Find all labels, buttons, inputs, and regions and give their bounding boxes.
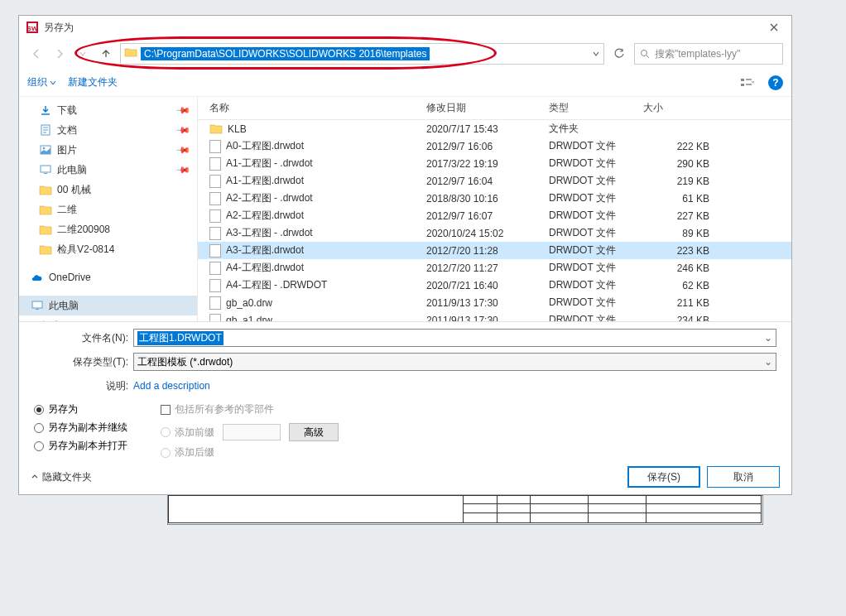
sidebar-item-folder-3[interactable]: 检具V2-0814: [19, 239, 197, 259]
help-button[interactable]: ?: [768, 75, 783, 90]
new-folder-button[interactable]: 新建文件夹: [68, 75, 118, 89]
file-name: A1-工程图.drwdot: [226, 174, 304, 188]
file-row[interactable]: A4-工程图 - .DRWDOT2020/7/21 16:40DRWDOT 文件…: [198, 277, 791, 294]
filename-label: 文件名(N):: [34, 331, 133, 345]
col-date[interactable]: 修改日期: [426, 101, 549, 115]
file-type: DRWDOT 文件: [549, 191, 643, 205]
refresh-button[interactable]: [609, 44, 629, 64]
chevron-down-icon[interactable]: ⌄: [764, 332, 772, 344]
sidebar-item-folder-2[interactable]: 二维200908: [19, 219, 197, 239]
sidebar-item-folder-0[interactable]: 00 机械: [19, 180, 197, 200]
file-row[interactable]: A3-工程图 - .drwdot2020/10/24 15:02DRWDOT 文…: [198, 224, 791, 242]
file-name: A4-工程图 - .DRWDOT: [226, 278, 327, 292]
file-size: 61 KB: [643, 193, 726, 205]
file-name: A0-工程图.drwdot: [226, 139, 304, 153]
file-row[interactable]: A2-工程图.drwdot2012/9/7 16:07DRWDOT 文件227 …: [198, 207, 791, 224]
search-input[interactable]: 搜索"templates-lyy": [634, 43, 783, 65]
sidebar-item-thispc[interactable]: 此电脑: [19, 296, 197, 315]
file-name: KLB: [228, 123, 247, 135]
file-size: 89 KB: [643, 228, 726, 239]
app-icon: SW: [26, 21, 39, 34]
sidebar-item-music[interactable]: 音乐 (H:): [19, 315, 197, 321]
file-date: 2020/10/24 15:02: [426, 228, 549, 239]
sidebar-item-folder-1[interactable]: 二维: [19, 200, 197, 219]
radio-saveas[interactable]: 另存为: [34, 402, 127, 416]
chevron-down-icon[interactable]: ⌄: [764, 356, 772, 368]
file-row[interactable]: A1-工程图.drwdot2012/9/7 16:04DRWDOT 文件219 …: [198, 172, 791, 190]
file-row[interactable]: KLB2020/7/17 15:43文件夹: [198, 120, 791, 137]
file-date: 2011/9/13 17:30: [426, 315, 549, 322]
column-headers[interactable]: 名称 修改日期 类型 大小: [198, 97, 791, 120]
file-date: 2017/3/22 19:19: [426, 158, 549, 170]
close-button[interactable]: [763, 19, 785, 36]
sidebar-item-downloads[interactable]: 下载📌: [19, 100, 197, 120]
file-date: 2011/9/13 17:30: [426, 297, 549, 309]
svg-rect-5: [741, 84, 744, 86]
svg-rect-11: [32, 301, 42, 308]
filetype-select[interactable]: 工程图模板 (*.drwdot)⌄: [133, 353, 776, 371]
radio-saveas-copy-open[interactable]: 另存为副本并打开: [34, 439, 127, 453]
filename-input[interactable]: 工程图1.DRWDOT⌄: [133, 329, 776, 347]
pin-icon: 📌: [175, 102, 190, 118]
file-list: KLB2020/7/17 15:43文件夹A0-工程图.drwdot2012/9…: [198, 120, 791, 321]
path-dropdown-icon[interactable]: [592, 46, 600, 61]
file-row[interactable]: gb_a1.drw2011/9/13 17:30DRWDOT 文件234 KB: [198, 311, 791, 321]
file-date: 2018/8/30 10:16: [426, 193, 549, 205]
file-size: 222 KB: [643, 141, 726, 152]
check-include-refs[interactable]: 包括所有参考的零部件: [161, 402, 339, 416]
folder-icon: [124, 46, 137, 61]
sidebar-item-thispc-quick[interactable]: 此电脑📌: [19, 160, 197, 180]
cancel-button[interactable]: 取消: [707, 466, 780, 488]
file-name: A4-工程图.drwdot: [226, 261, 304, 275]
download-icon: [39, 103, 52, 117]
file-name: A3-工程图 - .drwdot: [226, 226, 313, 240]
file-size: 219 KB: [643, 176, 726, 187]
search-icon: [640, 49, 650, 59]
radio-saveas-copy-continue[interactable]: 另存为副本并继续: [34, 421, 127, 435]
file-row[interactable]: A0-工程图.drwdot2012/9/7 16:06DRWDOT 文件222 …: [198, 137, 791, 155]
recent-chevron[interactable]: [74, 45, 92, 63]
organize-button[interactable]: 组织: [27, 75, 56, 89]
svg-point-8: [43, 147, 46, 150]
file-size: 227 KB: [643, 210, 726, 222]
file-type: DRWDOT 文件: [549, 209, 643, 223]
col-name[interactable]: 名称: [198, 101, 426, 115]
save-button[interactable]: 保存(S): [627, 466, 700, 488]
filetype-label: 保存类型(T):: [34, 355, 133, 369]
sidebar-item-onedrive[interactable]: OneDrive: [19, 267, 197, 287]
doc-icon: [39, 123, 52, 137]
advanced-button[interactable]: 高级: [289, 423, 339, 441]
file-row[interactable]: A3-工程图.drwdot2012/7/20 11:28DRWDOT 文件223…: [198, 242, 791, 259]
pin-icon: 📌: [175, 122, 190, 137]
prefix-input: [223, 424, 281, 440]
file-row[interactable]: A2-工程图 - .drwdot2018/8/30 10:16DRWDOT 文件…: [198, 190, 791, 207]
description-link[interactable]: Add a description: [133, 380, 210, 392]
titlebar: SW 另存为: [19, 16, 791, 39]
cloud-icon: [31, 271, 44, 284]
file-type: DRWDOT 文件: [549, 313, 643, 321]
pc-icon: [39, 163, 52, 176]
col-size[interactable]: 大小: [643, 101, 726, 115]
up-button[interactable]: [97, 45, 115, 63]
svg-rect-4: [741, 79, 744, 81]
description-label: 说明:: [34, 379, 133, 393]
file-row[interactable]: A4-工程图.drwdot2012/7/20 11:27DRWDOT 文件246…: [198, 259, 791, 277]
file-size: 223 KB: [643, 245, 726, 257]
file-type: DRWDOT 文件: [549, 139, 643, 153]
img-icon: [39, 143, 52, 156]
file-name: A1-工程图 - .drwdot: [226, 156, 313, 171]
forward-button[interactable]: [50, 45, 69, 63]
radio-add-suffix: 添加后缀: [161, 445, 339, 460]
address-bar[interactable]: C:\ProgramData\SOLIDWORKS\SOLIDWORKS 201…: [120, 43, 604, 65]
file-row[interactable]: A1-工程图 - .drwdot2017/3/22 19:19DRWDOT 文件…: [198, 155, 791, 172]
sidebar-item-pictures[interactable]: 图片📌: [19, 140, 197, 160]
file-date: 2012/9/7 16:04: [426, 176, 549, 187]
svg-rect-9: [41, 166, 50, 172]
file-row[interactable]: gb_a0.drw2011/9/13 17:30DRWDOT 文件211 KB: [198, 294, 791, 311]
col-type[interactable]: 类型: [549, 101, 643, 115]
view-options-button[interactable]: [738, 74, 757, 92]
hide-folders-button[interactable]: 隐藏文件夹: [31, 470, 92, 484]
file-size: 290 KB: [643, 158, 726, 170]
back-button[interactable]: [27, 45, 46, 63]
sidebar-item-documents[interactable]: 文档📌: [19, 120, 197, 140]
